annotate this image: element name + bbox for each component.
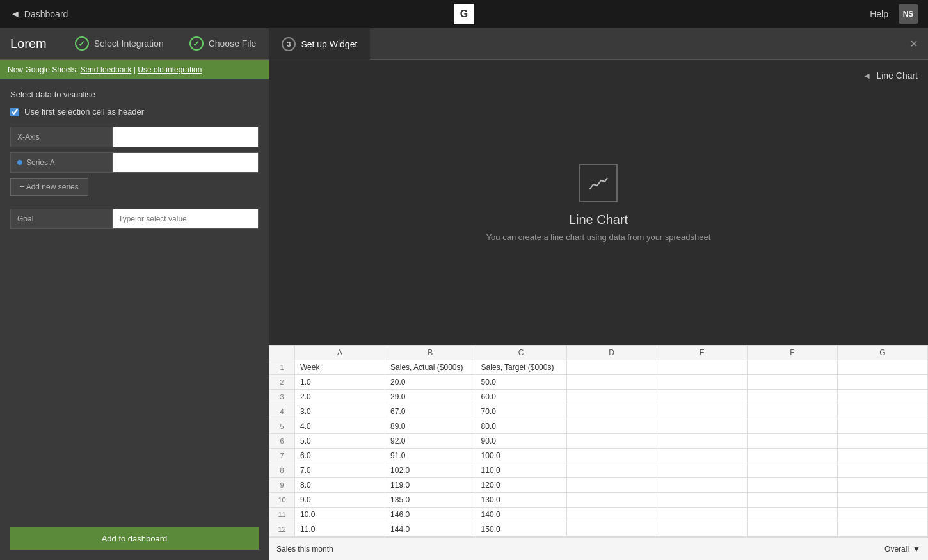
cell-d[interactable] — [566, 404, 657, 419]
cell-e[interactable] — [657, 478, 747, 493]
cell-a[interactable]: 9.0 — [295, 493, 385, 508]
cell-e[interactable] — [657, 390, 747, 404]
cell-g[interactable] — [837, 522, 927, 537]
cell-b[interactable]: 67.0 — [385, 404, 476, 419]
cell-a[interactable]: 8.0 — [295, 478, 385, 493]
cell-b[interactable]: 89.0 — [385, 419, 476, 434]
sheet-tab[interactable]: Sales this month — [276, 545, 333, 554]
add-to-dashboard-button[interactable]: Add to dashboard — [10, 527, 259, 550]
cell-a[interactable]: 1.0 — [295, 375, 385, 390]
cell-e[interactable] — [657, 508, 747, 522]
cell-c[interactable]: 70.0 — [476, 404, 566, 419]
cell-c[interactable]: Sales, Target ($000s) — [476, 360, 566, 375]
cell-e[interactable] — [657, 375, 747, 390]
goal-input[interactable] — [113, 209, 259, 229]
header-checkbox-label[interactable]: Use first selection cell as header — [24, 107, 144, 116]
cell-d[interactable] — [566, 463, 657, 478]
cell-e[interactable] — [657, 493, 747, 508]
cell-a[interactable]: 11.0 — [295, 522, 385, 537]
cell-b[interactable]: 92.0 — [385, 434, 476, 449]
cell-c[interactable]: 50.0 — [476, 375, 566, 390]
cell-b[interactable]: 20.0 — [385, 375, 476, 390]
cell-g[interactable] — [837, 493, 927, 508]
cell-a[interactable]: 10.0 — [295, 508, 385, 522]
cell-d[interactable] — [566, 360, 657, 375]
cell-e[interactable] — [657, 404, 747, 419]
use-old-integration-link[interactable]: Use old integration — [138, 65, 202, 74]
step-choose-file[interactable]: ✓ Choose File — [177, 28, 269, 60]
cell-c[interactable]: 140.0 — [476, 508, 566, 522]
x-axis-input[interactable] — [113, 127, 259, 147]
cell-d[interactable] — [566, 375, 657, 390]
cell-g[interactable] — [837, 508, 927, 522]
cell-d[interactable] — [566, 434, 657, 449]
cell-d[interactable] — [566, 493, 657, 508]
cell-e[interactable] — [657, 360, 747, 375]
cell-f[interactable] — [747, 419, 837, 434]
cell-d[interactable] — [566, 390, 657, 404]
cell-f[interactable] — [747, 522, 837, 537]
cell-b[interactable]: 135.0 — [385, 493, 476, 508]
cell-c[interactable]: 120.0 — [476, 478, 566, 493]
cell-d[interactable] — [566, 449, 657, 463]
cell-g[interactable] — [837, 360, 927, 375]
cell-c[interactable]: 130.0 — [476, 493, 566, 508]
overall-dropdown[interactable]: Overall ▼ — [884, 545, 920, 554]
cell-a[interactable]: 3.0 — [295, 404, 385, 419]
cell-d[interactable] — [566, 419, 657, 434]
cell-e[interactable] — [657, 434, 747, 449]
cell-c[interactable]: 90.0 — [476, 434, 566, 449]
cell-b[interactable]: 102.0 — [385, 463, 476, 478]
close-button[interactable]: × — [910, 36, 918, 51]
cell-a[interactable]: 6.0 — [295, 449, 385, 463]
cell-c[interactable]: 80.0 — [476, 419, 566, 434]
cell-a[interactable]: Week — [295, 360, 385, 375]
cell-f[interactable] — [747, 375, 837, 390]
cell-a[interactable]: 5.0 — [295, 434, 385, 449]
cell-a[interactable]: 7.0 — [295, 463, 385, 478]
cell-b[interactable]: Sales, Actual ($000s) — [385, 360, 476, 375]
help-link[interactable]: Help — [870, 9, 888, 19]
cell-a[interactable]: 4.0 — [295, 419, 385, 434]
cell-c[interactable]: 150.0 — [476, 522, 566, 537]
cell-f[interactable] — [747, 360, 837, 375]
cell-c[interactable]: 100.0 — [476, 449, 566, 463]
cell-d[interactable] — [566, 522, 657, 537]
series-a-input[interactable] — [113, 152, 259, 173]
cell-c[interactable]: 110.0 — [476, 463, 566, 478]
back-link[interactable]: ◄ Dashboard — [10, 8, 68, 20]
cell-g[interactable] — [837, 375, 927, 390]
cell-b[interactable]: 144.0 — [385, 522, 476, 537]
cell-f[interactable] — [747, 404, 837, 419]
cell-g[interactable] — [837, 449, 927, 463]
cell-c[interactable]: 60.0 — [476, 390, 566, 404]
chart-nav-arrow-icon[interactable]: ◄ — [863, 70, 872, 81]
cell-f[interactable] — [747, 508, 837, 522]
cell-f[interactable] — [747, 493, 837, 508]
cell-f[interactable] — [747, 463, 837, 478]
cell-b[interactable]: 146.0 — [385, 508, 476, 522]
cell-g[interactable] — [837, 478, 927, 493]
cell-g[interactable] — [837, 434, 927, 449]
cell-e[interactable] — [657, 449, 747, 463]
cell-g[interactable] — [837, 404, 927, 419]
cell-b[interactable]: 91.0 — [385, 449, 476, 463]
send-feedback-link[interactable]: Send feedback — [80, 65, 131, 74]
cell-f[interactable] — [747, 390, 837, 404]
cell-e[interactable] — [657, 463, 747, 478]
header-checkbox[interactable] — [10, 108, 19, 116]
spreadsheet-container[interactable]: A B C D E F G 1WeekSales, Actual ($000s)… — [269, 345, 928, 537]
cell-e[interactable] — [657, 419, 747, 434]
cell-g[interactable] — [837, 390, 927, 404]
cell-g[interactable] — [837, 463, 927, 478]
cell-e[interactable] — [657, 522, 747, 537]
step-select-integration[interactable]: ✓ Select Integration — [62, 28, 177, 60]
cell-b[interactable]: 29.0 — [385, 390, 476, 404]
cell-f[interactable] — [747, 478, 837, 493]
cell-b[interactable]: 119.0 — [385, 478, 476, 493]
add-series-button[interactable]: + Add new series — [10, 178, 88, 196]
step-set-up-widget[interactable]: 3 Set up Widget — [269, 28, 370, 60]
cell-d[interactable] — [566, 508, 657, 522]
cell-g[interactable] — [837, 419, 927, 434]
cell-a[interactable]: 2.0 — [295, 390, 385, 404]
